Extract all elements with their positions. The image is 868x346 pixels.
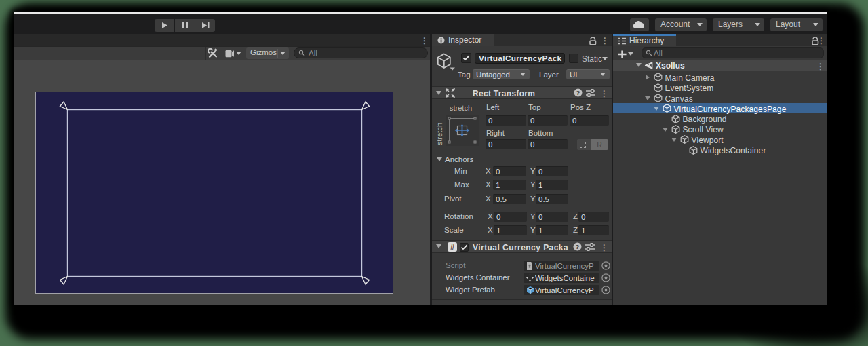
svg-text:?: ?: [576, 243, 580, 250]
svg-text:?: ?: [576, 89, 580, 96]
